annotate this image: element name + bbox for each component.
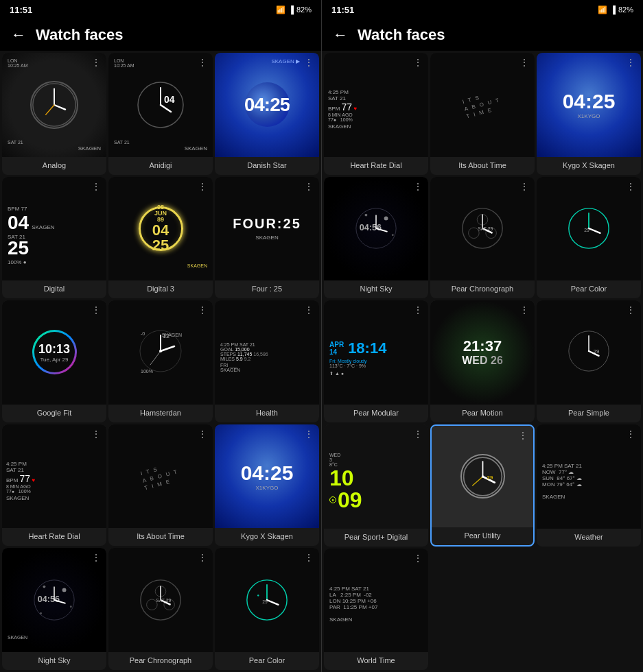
- svg-line-12: [150, 351, 161, 365]
- back-button-left[interactable]: ←: [11, 26, 26, 44]
- watch-item-kygo-skagen[interactable]: ⋮ 04:25 X1KYGO Kygo X Skagen: [215, 424, 319, 547]
- more-options-pear-modular[interactable]: ⋮: [413, 304, 423, 315]
- header-right: ← Watch faces: [322, 19, 643, 51]
- svg-text:SAT 29: SAT 29: [156, 598, 171, 603]
- watch-item-digital[interactable]: ⋮ BPM 77 04 SKAGEN SAT 21 25 100% ● Digi…: [2, 177, 106, 299]
- svg-point-36: [384, 217, 388, 221]
- watch-preview-weather: ⋮ 4:25 PM SAT 21 NOW 77° ☁ SUN 84° 67° ☁…: [537, 424, 641, 529]
- more-options-weather[interactable]: ⋮: [626, 429, 635, 440]
- more-options-anidigi[interactable]: ⋮: [198, 57, 207, 68]
- watch-item-pear-motion[interactable]: ⋮ 21:37 WED 26 Pear Motion: [430, 300, 535, 422]
- watch-item-danish-star[interactable]: ⋮ 04:25 SKAGEN ▶ Danish Star: [215, 53, 319, 175]
- watch-item-its-about-time-r[interactable]: ⋮ I T SA B O U TT I M E Its About Time: [430, 53, 535, 175]
- watch-item-pear-simple[interactable]: ⋮ 29 Pear Simple: [537, 300, 641, 422]
- more-options-pear-color-r[interactable]: ⋮: [626, 181, 635, 192]
- more-options-world-time[interactable]: ⋮: [413, 553, 423, 564]
- status-time-left: 11:51: [10, 5, 32, 15]
- more-options-hamsterdan[interactable]: ⋮: [198, 304, 207, 315]
- more-options-pear-simple[interactable]: ⋮: [626, 304, 635, 315]
- watch-item-pear-chron-r[interactable]: ⋮ SAT 29 Pear Chronograph: [430, 177, 535, 299]
- watch-item-pear-color-l[interactable]: ⋮ ● 29 Pear Color: [215, 548, 319, 670]
- watch-preview-digital: ⋮ BPM 77 04 SKAGEN SAT 21 25 100% ●: [2, 177, 106, 281]
- svg-text:29: 29: [487, 475, 493, 481]
- pear-utility-clock: 29: [460, 454, 505, 499]
- more-options-pear-utility[interactable]: ⋮: [518, 430, 528, 441]
- back-button-right[interactable]: ←: [333, 26, 348, 44]
- more-options-pear-color-l[interactable]: ⋮: [304, 552, 314, 563]
- watch-preview-google-fit: ⋮ 10:13 Tue, Apr 29: [2, 300, 106, 405]
- watch-item-heart-rate-dial-r[interactable]: ⋮ 4:25 PMSAT 21 BPM 77 ♥ 8 MIN AGO 77● 1…: [324, 53, 428, 175]
- watch-preview-pear-simple: ⋮ 29: [537, 300, 641, 405]
- status-bar-left: 11:51 📶 ▐ 82%: [0, 0, 321, 19]
- watch-grid-left: ⋮ LON10:25 AM SAT 21 SKAGEN Analog: [0, 51, 321, 672]
- watch-item-pear-modular[interactable]: ⋮ APR14 18:14 Fri: Mostly cloudy 113°C ·…: [324, 300, 428, 422]
- more-options-pear-sport-plus[interactable]: ⋮: [413, 429, 423, 440]
- watch-item-kygo-skagen-r[interactable]: ⋮ 04:25 X1KYGO Kygo X Skagen: [537, 53, 641, 175]
- watch-item-digital3[interactable]: ⋮ 08JUN89 0425 SKAGEN Digital 3: [108, 177, 213, 299]
- more-options-digital[interactable]: ⋮: [91, 181, 101, 192]
- watch-item-pear-color-r[interactable]: ⋮ 29 Pear Color: [537, 177, 641, 299]
- svg-point-17: [43, 586, 45, 588]
- more-options-analog[interactable]: ⋮: [91, 57, 101, 68]
- watch-preview-pear-modular: ⋮ APR14 18:14 Fri: Mostly cloudy 113°C ·…: [324, 300, 428, 405]
- watch-preview-analog: ⋮ LON10:25 AM SAT 21 SKAGEN: [2, 53, 106, 157]
- watch-preview-night-sky-r: ⋮ 04:56: [324, 177, 428, 281]
- svg-line-3: [46, 105, 54, 115]
- battery-right: 82%: [618, 5, 633, 14]
- watch-item-pear-chron-l[interactable]: ⋮ SAT 29 Pear Chronograph: [108, 548, 213, 670]
- svg-point-18: [70, 605, 72, 608]
- more-options-pear-chron-l[interactable]: ⋮: [198, 552, 207, 563]
- more-options-kygo-skagen-r[interactable]: ⋮: [626, 57, 635, 68]
- watch-item-anidigi[interactable]: ⋮ 04 LON10:25 AM SAT 21 SKAGEN Anidigi: [108, 53, 213, 175]
- watch-item-health[interactable]: ⋮ 4:25 PM SAT 21 GOAL 15,000 STEPS 11,74…: [215, 300, 319, 422]
- watch-item-pear-sport-plus[interactable]: ⋮ WED38°C 10 ● 09 Pear Sport+ Digital: [324, 424, 428, 547]
- more-options-heart-rate-dial-r[interactable]: ⋮: [413, 57, 423, 68]
- watch-item-analog[interactable]: ⋮ LON10:25 AM SAT 21 SKAGEN Analog: [2, 53, 106, 175]
- more-options-four25[interactable]: ⋮: [304, 181, 314, 192]
- watch-item-night-sky-r[interactable]: ⋮ 04:56 Night Sky: [324, 177, 428, 299]
- more-options-kygo-skagen[interactable]: ⋮: [304, 429, 314, 440]
- watch-item-google-fit[interactable]: ⋮ 10:13 Tue, Apr 29 Google Fit: [2, 300, 106, 422]
- svg-line-11: [161, 346, 174, 351]
- watch-name-health: Health: [253, 409, 281, 417]
- page-title-left: Watch faces: [36, 26, 124, 44]
- watch-preview-its-about-time-r: ⋮ I T SA B O U TT I M E: [430, 53, 535, 157]
- watch-preview-kygo-skagen-r: ⋮ 04:25 X1KYGO: [537, 53, 641, 157]
- watch-preview-hamsterdan: ⋮ 12 SKAGEN -0 100%: [108, 300, 213, 405]
- watch-name-digital: Digital: [41, 285, 68, 293]
- watch-preview-world-time: ⋮ 4:25 PM SAT 21 LA 2:25 PM -02 LON 10:2…: [324, 549, 428, 653]
- watch-preview-pear-color-l: ⋮ ● 29: [215, 548, 319, 652]
- watch-item-pear-utility[interactable]: ⋮ 29 Pear Utility: [430, 424, 535, 547]
- watch-preview-four25: ⋮ FOUR:25 SKAGEN: [215, 177, 319, 281]
- watch-name-world-time: World Time: [354, 656, 397, 664]
- watch-name-pear-modular: Pear Modular: [351, 409, 401, 417]
- watch-name-pear-color-r: Pear Color: [568, 285, 610, 293]
- more-options-pear-chron-r[interactable]: ⋮: [519, 181, 529, 192]
- watch-preview-its-about-time: ⋮ I T SA B O U TT I M E: [108, 424, 213, 529]
- more-options-health[interactable]: ⋮: [304, 304, 314, 315]
- more-options-digital3[interactable]: ⋮: [198, 181, 207, 192]
- more-options-night-sky-l[interactable]: ⋮: [91, 552, 101, 563]
- svg-line-6: [161, 105, 171, 112]
- more-options-heart-rate-dial[interactable]: ⋮: [91, 429, 101, 440]
- watch-item-night-sky-l[interactable]: ⋮ 04:56 SKAGEN Night Sky: [2, 548, 106, 670]
- watch-item-four25[interactable]: ⋮ FOUR:25 SKAGEN Four : 25: [215, 177, 319, 299]
- more-options-pear-motion[interactable]: ⋮: [519, 304, 529, 315]
- watch-item-heart-rate-dial[interactable]: ⋮ 4:25 PMSAT 21 BPM 77 ♥ 8 MIN AGO 77● 1…: [2, 424, 106, 547]
- more-options-night-sky-r[interactable]: ⋮: [413, 181, 423, 192]
- watch-item-its-about-time[interactable]: ⋮ I T SA B O U TT I M E Its About Time: [108, 424, 213, 547]
- watch-preview-pear-motion: ⋮ 21:37 WED 26: [430, 300, 535, 405]
- svg-text:SAT 29: SAT 29: [478, 226, 493, 231]
- watch-item-hamsterdan[interactable]: ⋮ 12 SKAGEN -0 100% Hamsterdan: [108, 300, 213, 422]
- watch-item-weather[interactable]: ⋮ 4:25 PM SAT 21 NOW 77° ☁ SUN 84° 67° ☁…: [537, 424, 641, 547]
- watch-preview-pear-chron-l: ⋮ SAT 29: [108, 548, 213, 652]
- more-options-google-fit[interactable]: ⋮: [91, 304, 101, 315]
- watch-name-pear-color-l: Pear Color: [246, 656, 288, 664]
- watch-item-world-time[interactable]: ⋮ 4:25 PM SAT 21 LA 2:25 PM -02 LON 10:2…: [324, 549, 428, 671]
- more-options-its-about-time[interactable]: ⋮: [198, 429, 207, 440]
- watch-name-weather: Weather: [572, 533, 605, 541]
- more-options-danish-star[interactable]: ⋮: [304, 57, 314, 68]
- more-options-its-about-time-r[interactable]: ⋮: [519, 57, 529, 68]
- watch-preview-danish-star: ⋮ 04:25 SKAGEN ▶: [215, 53, 319, 157]
- wifi-icon: 📶: [276, 5, 285, 14]
